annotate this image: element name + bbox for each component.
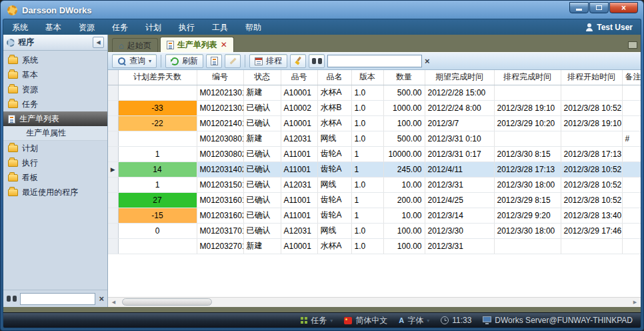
new-button[interactable] bbox=[206, 54, 222, 68]
scroll-left-icon[interactable]: ◀ bbox=[108, 298, 119, 307]
menu-item[interactable]: 计划 bbox=[137, 20, 170, 35]
cell: 2012/3/28 10:52 bbox=[561, 177, 622, 192]
schedule-button[interactable]: 排程 bbox=[249, 54, 287, 68]
toolbar-clear-icon[interactable]: × bbox=[425, 57, 430, 65]
column-header[interactable]: 备注 bbox=[622, 70, 641, 85]
user-area[interactable]: Test User bbox=[585, 23, 641, 32]
scrollbar-thumb[interactable] bbox=[122, 298, 212, 306]
cell: M012030802 bbox=[197, 146, 243, 161]
table-row[interactable]: 0M012031701已确认A12031网线1.0100.002012/3/30… bbox=[108, 223, 641, 238]
find-button[interactable] bbox=[309, 54, 325, 68]
statusbar-item-tasks[interactable]: 任务▾ bbox=[301, 315, 333, 326]
column-header[interactable]: 排程开始时间 bbox=[561, 70, 622, 85]
pin-icon[interactable] bbox=[628, 41, 637, 49]
menu-item[interactable]: 工具 bbox=[203, 20, 237, 35]
statusbar-item-language[interactable]: 简体中文 bbox=[344, 315, 387, 326]
row-marker-cell bbox=[108, 146, 118, 161]
refresh-button[interactable]: 刷新 bbox=[165, 54, 203, 68]
cell: A12031 bbox=[281, 131, 317, 146]
horizontal-scrollbar[interactable]: ◀ ▶ bbox=[108, 297, 641, 307]
cell: 2012/4/11 bbox=[425, 161, 494, 177]
toolbar-search-input[interactable] bbox=[327, 55, 422, 67]
scrollbar-track[interactable] bbox=[119, 298, 629, 307]
table-row[interactable]: 27M012031601已确认A11001齿轮A1200.002012/4/25… bbox=[108, 192, 641, 208]
statusbar-item-server[interactable]: DWorks Server@FUNWAY-THINKPAD bbox=[483, 316, 633, 325]
column-header[interactable]: 品号 bbox=[281, 70, 317, 85]
sidebar-item-selected[interactable]: 生产单列表 bbox=[3, 111, 107, 126]
cell: 2012/2/24 8:00 bbox=[425, 100, 494, 115]
column-header[interactable]: 期望完成时间 bbox=[425, 70, 494, 85]
table-row[interactable]: -33M012021302已确认A10002水杯B1.01000.002012/… bbox=[108, 100, 641, 115]
statusbar-item-font[interactable]: A字体▾ bbox=[399, 315, 429, 326]
column-header[interactable]: 数量 bbox=[383, 70, 425, 85]
sidebar-item[interactable]: 最近使用的程序 bbox=[3, 185, 107, 200]
tab-inactive[interactable]: ⌂起始页 bbox=[112, 38, 158, 52]
sidebar-search-clear-icon[interactable]: × bbox=[99, 294, 104, 303]
cell: 已确认 bbox=[243, 223, 281, 238]
menu-item[interactable]: 基本 bbox=[37, 20, 70, 35]
sidebar: 程序 ◀ 系统基本资源任务生产单列表生产单属性计划执行看板最近使用的程序 × bbox=[3, 35, 108, 307]
sidebar-item-label: 系统 bbox=[22, 55, 38, 66]
sidebar-item[interactable]: 系统 bbox=[3, 53, 107, 67]
edit-button[interactable] bbox=[225, 54, 241, 68]
table-row[interactable]: ▶14M012031402已确认A11001齿轮A1245.002012/4/1… bbox=[108, 161, 641, 177]
close-icon: × bbox=[621, 3, 626, 13]
table-row[interactable]: -22M012021401已确认A10001水杯A1.0100.002012/3… bbox=[108, 115, 641, 131]
cell: 齿轮A bbox=[317, 208, 351, 223]
cell: 10.00 bbox=[383, 177, 425, 192]
folder-icon bbox=[8, 174, 18, 182]
column-header[interactable]: 版本 bbox=[351, 70, 383, 85]
table-row[interactable]: M012021301新建A10001水杯A1.0500.002012/2/28 … bbox=[108, 85, 641, 100]
close-button[interactable]: × bbox=[609, 2, 638, 13]
menu-item[interactable]: 执行 bbox=[170, 20, 203, 35]
minimize-button[interactable] bbox=[569, 2, 589, 13]
sidebar-item[interactable]: 资源 bbox=[3, 82, 107, 97]
menu-item[interactable]: 帮助 bbox=[237, 20, 270, 35]
sidebar-item[interactable]: 执行 bbox=[3, 155, 107, 170]
cell: 10.00 bbox=[383, 208, 425, 223]
tab-active[interactable]: 生产单列表✕ bbox=[160, 37, 234, 52]
sidebar-collapse-button[interactable]: ◀ bbox=[93, 37, 104, 48]
cell: 新建 bbox=[243, 131, 281, 146]
menu-item[interactable]: 资源 bbox=[70, 20, 103, 35]
cell: M012032701 bbox=[197, 238, 243, 254]
sidebar-item[interactable]: 基本 bbox=[3, 67, 107, 82]
sidebar-item[interactable]: 生产单属性 bbox=[3, 126, 107, 141]
cell: 2012/3/28 19:10 bbox=[561, 115, 622, 131]
column-header[interactable]: 编号 bbox=[197, 70, 243, 85]
scroll-right-icon[interactable]: ▶ bbox=[629, 298, 641, 307]
table-row[interactable]: 1M012030802已确认A11001齿轮A110000.002012/3/3… bbox=[108, 146, 641, 161]
sidebar-item[interactable]: 计划 bbox=[3, 141, 107, 155]
cell: 1.0 bbox=[351, 223, 383, 238]
cell: 2012/3/28 19:10 bbox=[494, 100, 561, 115]
cell bbox=[622, 238, 641, 254]
table-row[interactable]: -15M012031602已确认A11001齿轮A110.002012/3/14… bbox=[108, 208, 641, 223]
query-button[interactable]: 查询 ▾ bbox=[112, 54, 157, 68]
menu-item[interactable]: 任务 bbox=[103, 20, 137, 35]
cell: 2012/3/31 0:17 bbox=[425, 146, 494, 161]
column-header[interactable]: 排程完成时间 bbox=[494, 70, 561, 85]
statusbar-item-clock[interactable]: 11:33 bbox=[441, 316, 471, 325]
column-header[interactable]: 计划差异天数 bbox=[118, 70, 197, 85]
cell: A11001 bbox=[281, 208, 317, 223]
sidebar-search-input[interactable] bbox=[20, 293, 95, 305]
column-header[interactable]: 状态 bbox=[243, 70, 281, 85]
chevron-down-icon: ▾ bbox=[149, 58, 151, 64]
cell bbox=[622, 177, 641, 192]
brush-button[interactable] bbox=[290, 54, 306, 68]
cell: 2012/3/30 18:00 bbox=[494, 223, 561, 238]
table-row[interactable]: M012030801新建A12031网线1.0500.002012/3/31 0… bbox=[108, 131, 641, 146]
cell: 水杯A bbox=[317, 85, 351, 100]
sidebar-item[interactable]: 看板 bbox=[3, 170, 107, 185]
column-header[interactable]: 品名 bbox=[317, 70, 351, 85]
cell bbox=[118, 131, 197, 146]
cell: 2012/3/28 10:52 bbox=[561, 100, 622, 115]
maximize-button[interactable] bbox=[589, 2, 609, 13]
table-row[interactable]: M012032701新建A10001水杯A1.0100.002012/3/31 bbox=[108, 238, 641, 254]
close-tab-icon[interactable]: ✕ bbox=[221, 41, 227, 49]
table-row[interactable]: 1M012031501已确认A12031网线1.010.002012/3/312… bbox=[108, 177, 641, 192]
cell: 14 bbox=[118, 161, 197, 177]
menu-item[interactable]: 系统 bbox=[3, 20, 37, 35]
cell bbox=[622, 223, 641, 238]
sidebar-item[interactable]: 任务 bbox=[3, 97, 107, 111]
